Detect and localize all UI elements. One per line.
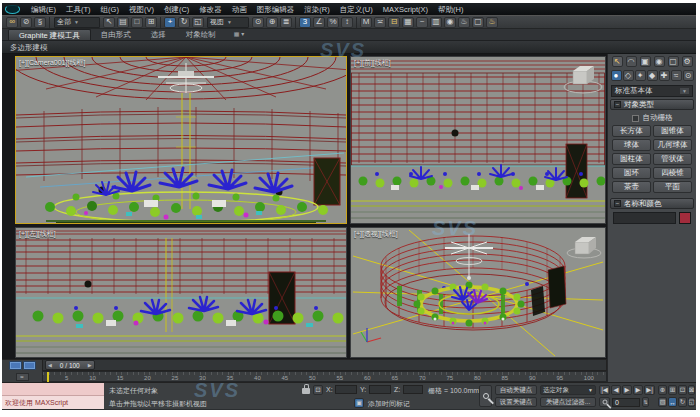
current-frame-field[interactable]: 0: [612, 398, 640, 407]
spinner-snap-icon[interactable]: ↕: [341, 17, 353, 28]
object-type-button[interactable]: 茶壶: [612, 181, 651, 193]
go-to-start-button[interactable]: |◀: [599, 385, 610, 395]
modify-tab-icon[interactable]: ◠: [626, 56, 637, 67]
orbit-icon[interactable]: ↻: [678, 397, 687, 407]
absolute-offset-toggle-icon[interactable]: ⊡: [313, 385, 323, 395]
rect-selection-region-icon[interactable]: □: [131, 17, 143, 28]
unlink-selection-icon[interactable]: ⊘: [20, 17, 32, 28]
menu-item[interactable]: 渲染(R): [299, 4, 334, 15]
bind-to-spacewarp-icon[interactable]: §: [34, 17, 46, 28]
menu-item[interactable]: 组(G): [96, 4, 124, 15]
selection-filter-dropdown[interactable]: 全部 ▼: [54, 17, 100, 28]
object-type-button[interactable]: 圆柱体: [612, 153, 651, 165]
angle-snap-icon[interactable]: ∠: [313, 17, 325, 28]
cameras-category-icon[interactable]: ◆: [647, 70, 658, 81]
object-type-button[interactable]: 四棱锥: [653, 167, 692, 179]
object-name-input[interactable]: [613, 212, 676, 224]
viewport-layout-tab-icon[interactable]: [23, 361, 36, 370]
menu-item[interactable]: 编辑(E): [26, 4, 61, 15]
systems-category-icon[interactable]: ⊙: [683, 70, 694, 81]
lights-category-icon[interactable]: ✦: [635, 70, 646, 81]
y-coordinate-field[interactable]: [369, 385, 391, 394]
track-bar[interactable]: 5101520253035404550556065707580859095100: [42, 371, 607, 382]
viewport-front[interactable]: [+][前][线框]: [350, 56, 606, 224]
application-logo-button[interactable]: [5, 5, 20, 14]
x-coordinate-field[interactable]: [335, 385, 357, 394]
select-and-move-icon[interactable]: +: [164, 17, 176, 28]
maxscript-mini-listener[interactable]: 欢迎使用 MAXScript: [2, 396, 104, 409]
graphite-ribbon-toggle-icon[interactable]: ▦: [402, 17, 414, 28]
maxscript-macro-recorder[interactable]: [2, 383, 104, 396]
ribbon-minimize-icon[interactable]: ▦ ▾: [234, 29, 244, 40]
add-time-tag[interactable]: 添加时间标记: [368, 399, 410, 409]
next-frame-button[interactable]: ▶: [633, 385, 643, 395]
object-type-button[interactable]: 圆环: [612, 167, 651, 179]
menu-item[interactable]: 工具(T): [61, 4, 96, 15]
viewport-left-label[interactable]: [+][左][线框]: [19, 229, 56, 239]
object-type-button[interactable]: 平面: [653, 181, 692, 193]
prev-frame-arrow-icon[interactable]: ◀: [46, 362, 54, 368]
collapse-icon[interactable]: −: [614, 101, 621, 108]
name-color-rollout[interactable]: − 名称和颜色: [610, 198, 694, 209]
object-type-rollout[interactable]: − 对象类型: [610, 99, 694, 110]
viewcube[interactable]: [567, 237, 601, 258]
keyboard-override-icon[interactable]: ≣: [280, 17, 292, 28]
collapse-icon[interactable]: −: [614, 200, 621, 207]
go-to-end-button[interactable]: ▶|: [644, 385, 655, 395]
zoom-all-icon[interactable]: ⊞: [668, 385, 677, 395]
select-object-icon[interactable]: ↖: [103, 17, 115, 28]
frame-spinner[interactable]: ⇅: [642, 397, 649, 407]
menu-item[interactable]: 修改器: [194, 4, 227, 15]
menu-item[interactable]: 动画: [227, 4, 252, 15]
display-tab-icon[interactable]: ▢: [668, 56, 679, 67]
object-type-button[interactable]: 长方体: [612, 125, 651, 137]
key-filter-mode-dropdown[interactable]: 选定对象 ▼: [540, 385, 596, 395]
percent-snap-icon[interactable]: %: [327, 17, 339, 28]
lock-selection-icon[interactable]: [302, 388, 310, 394]
object-type-button[interactable]: 管状体: [653, 153, 692, 165]
zoom-region-icon[interactable]: ▧: [658, 397, 667, 407]
z-coordinate-field[interactable]: [403, 385, 423, 394]
menu-item[interactable]: 创建(C): [159, 4, 194, 15]
align-icon[interactable]: ≍: [374, 17, 386, 28]
object-color-swatch[interactable]: [679, 212, 691, 224]
select-and-rotate-icon[interactable]: ↻: [178, 17, 190, 28]
window-crossing-icon[interactable]: ⊞: [145, 17, 157, 28]
menu-item[interactable]: MAXScript(X): [378, 4, 433, 15]
menu-item[interactable]: 自定义(U): [335, 4, 378, 15]
select-and-scale-icon[interactable]: ◱: [192, 17, 204, 28]
viewport-perspective-label[interactable]: [+][透视][线框]: [354, 229, 398, 239]
tab-freeform[interactable]: 自由形式: [91, 29, 141, 40]
tab-selection[interactable]: 选择: [141, 29, 176, 40]
select-by-name-icon[interactable]: ▤: [117, 17, 129, 28]
tab-object-paint[interactable]: 对象绘制: [176, 29, 226, 40]
helpers-category-icon[interactable]: ✚: [659, 70, 670, 81]
mini-curve-editor-icon[interactable]: ≈: [16, 373, 29, 381]
pan-icon[interactable]: ↔: [668, 397, 677, 407]
object-type-button[interactable]: 球体: [612, 139, 651, 151]
menu-item[interactable]: 帮助(H): [433, 4, 468, 15]
create-tab-icon[interactable]: ↖: [612, 56, 623, 67]
viewport-camera-label[interactable]: [+][Camera001][线框]: [19, 58, 85, 68]
play-button[interactable]: ▶: [622, 385, 632, 395]
zoom-extents-icon[interactable]: ⊡: [678, 385, 687, 395]
object-type-button[interactable]: 几何球体: [653, 139, 692, 151]
key-mode-toggle-icon[interactable]: [599, 397, 610, 407]
select-and-manipulate-icon[interactable]: ⊕: [266, 17, 278, 28]
auto-key-button[interactable]: 自动关键点: [495, 385, 537, 395]
menu-item[interactable]: 视图(V): [124, 4, 159, 15]
autogrid-checkbox[interactable]: [632, 115, 639, 122]
geometry-category-dropdown[interactable]: 标准基本体 ▼: [611, 85, 693, 97]
next-frame-arrow-icon[interactable]: ▶: [86, 362, 94, 368]
maximize-viewport-icon[interactable]: ◱: [688, 397, 695, 407]
hierarchy-tab-icon[interactable]: ▣: [640, 56, 651, 67]
geometry-category-icon[interactable]: ●: [611, 70, 622, 81]
snap-toggle-3d-icon[interactable]: 3: [299, 17, 311, 28]
set-key-button[interactable]: 设置关键点: [495, 397, 537, 407]
curve-editor-icon[interactable]: ~: [416, 17, 428, 28]
time-slider-handle[interactable]: ◀ 0 / 100 ▶: [45, 360, 95, 370]
viewport-front-label[interactable]: [+][前][线框]: [354, 58, 391, 68]
object-type-button[interactable]: 圆锥体: [653, 125, 692, 137]
menu-item[interactable]: 图形编辑器: [252, 4, 300, 15]
reference-coordinate-dropdown[interactable]: 视图 ▼: [207, 17, 249, 28]
